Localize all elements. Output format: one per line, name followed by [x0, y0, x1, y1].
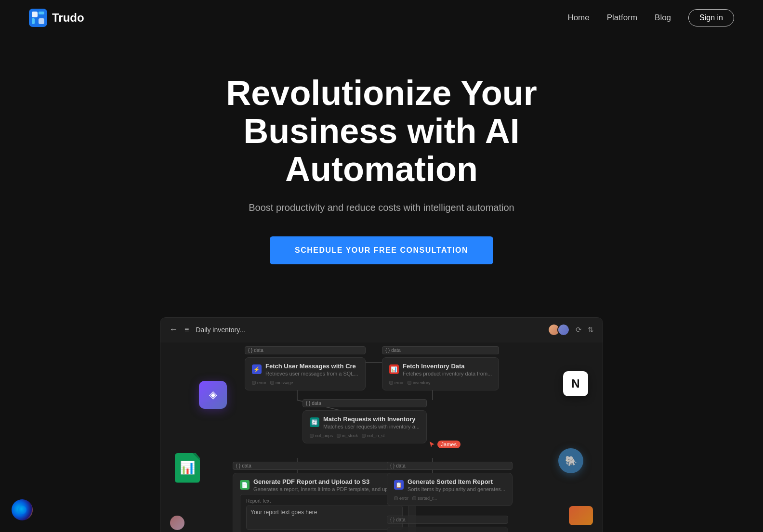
bottom-left-deco	[170, 516, 184, 530]
orange-float	[569, 506, 593, 525]
notion-icon: N	[563, 371, 588, 396]
output-error-3: error	[394, 496, 408, 501]
node-icon-fetch-user: ⚡	[252, 364, 262, 374]
svg-rect-4	[39, 18, 44, 24]
settings-icon[interactable]: ⇅	[588, 325, 594, 334]
svg-rect-0	[29, 9, 47, 27]
node-title-gen-sorted: Generate Sorted Item Report	[408, 478, 505, 485]
node-match-requests-group: { } data 🔄 Match Requests with Inventory…	[303, 399, 427, 443]
data-badge-3: { } data	[303, 399, 427, 407]
output-not-in-st: not_in_st	[362, 433, 385, 438]
avatar-group	[548, 324, 570, 336]
navbar: Trudo Home Platform Blog Sign in	[0, 0, 763, 36]
nav-links: Home Platform Blog Sign in	[567, 9, 734, 26]
nav-blog[interactable]: Blog	[655, 13, 671, 23]
signin-button[interactable]: Sign in	[688, 9, 734, 26]
browser-icon[interactable]	[12, 499, 33, 520]
hero-title: Revolutionize Your Business with AI Auto…	[213, 74, 550, 189]
back-icon[interactable]: ←	[169, 324, 178, 335]
node-generate-sorted-group: { } data 📋 Generate Sorted Item Report S…	[387, 462, 513, 506]
node-fetch-inventory-group: { } data 📊 Fetch Inventory Data Fetches …	[382, 346, 499, 390]
node-subtitle-gen-sorted: Sorts items by popularity and generates.…	[408, 486, 505, 492]
svg-rect-2	[39, 12, 44, 14]
dashboard-title: Daily inventory...	[196, 326, 245, 334]
node-title-gen-pdf: Generate PDF Report and Upload to S3	[253, 478, 409, 485]
node-icon-gen-pdf: 📄	[240, 480, 250, 490]
report-text-label: Report Text	[246, 498, 403, 504]
sheets-icon: 📊	[175, 453, 200, 483]
prismatic-icon: ◈	[199, 381, 227, 409]
node-generate-sorted[interactable]: 📋 Generate Sorted Item Report Sorts item…	[387, 473, 513, 506]
node-title-fetch-user: Fetch User Messages with Cre	[265, 363, 358, 370]
data-badge-1: { } data	[245, 346, 366, 354]
node-fetch-inventory[interactable]: 📊 Fetch Inventory Data Fetches product i…	[382, 357, 499, 390]
node-title-match: Match Requests with Inventory	[323, 415, 420, 423]
node-outputs-sorted: error sorted_r...	[394, 496, 505, 501]
logo[interactable]: Trudo	[29, 9, 84, 27]
output-message: message	[270, 380, 293, 385]
avatar-2	[557, 324, 570, 336]
nav-home[interactable]: Home	[567, 13, 589, 23]
output-in-stock: in_stock	[337, 433, 358, 438]
prismatic-float-icon: ◈	[199, 381, 227, 409]
node-match-requests[interactable]: 🔄 Match Requests with Inventory Matches …	[303, 410, 427, 443]
node-icon-gen-sorted: 📋	[394, 480, 404, 490]
dashboard-preview: ← ≡ Daily inventory... ⟳ ⇅	[160, 317, 603, 532]
postgres-float-icon: 🐘	[558, 448, 583, 473]
history-icon[interactable]: ⟳	[576, 325, 582, 334]
data-badge-2: { } data	[382, 346, 499, 354]
notion-float-icon: N	[563, 371, 588, 396]
canvas-area: ◈ 📊 { } data ⚡ Fetch User Messages with …	[160, 342, 603, 532]
node-add-missing-group: { } data 🎫 Add Missing Inventory Ticket …	[387, 516, 508, 532]
svg-rect-3	[32, 18, 35, 24]
node-subtitle-gen-pdf: Generates a report, inserts it into a PD…	[253, 486, 409, 492]
node-outputs-fetch-user: error message	[252, 380, 358, 385]
sheets-float-icon: 📊	[175, 453, 200, 483]
browser-inner	[18, 506, 26, 514]
nav-platform[interactable]: Platform	[607, 13, 637, 23]
dashboard-header-right: ⟳ ⇅	[548, 324, 594, 336]
node-outputs-fetch-inv: error inventory	[389, 380, 492, 385]
postgres-icon: 🐘	[558, 448, 583, 473]
user-cursor: James	[429, 441, 460, 448]
output-error-1: error	[252, 380, 266, 385]
cursor-label: James	[437, 441, 460, 448]
menu-icon[interactable]: ≡	[184, 325, 189, 334]
node-fetch-user-messages[interactable]: ⚡ Fetch User Messages with Cre Retrieves…	[245, 357, 366, 390]
svg-rect-1	[32, 12, 38, 17]
hero-section: Revolutionize Your Business with AI Auto…	[0, 36, 763, 293]
node-fetch-user-messages-group: { } data ⚡ Fetch User Messages with Cre …	[245, 346, 366, 390]
node-title-fetch-inv: Fetch Inventory Data	[403, 363, 492, 370]
output-error-2: error	[389, 380, 404, 385]
report-text-value[interactable]: Your report text goes here	[246, 506, 403, 530]
data-badge-6: { } data	[387, 516, 508, 524]
report-text-node: Report Text Your report text goes here	[240, 494, 409, 532]
node-outputs-match: not_pops in_stock not_in_st	[310, 433, 420, 438]
cta-button[interactable]: SCHEDULE YOUR FREE CONSULTATION	[270, 236, 493, 264]
logo-icon	[29, 9, 47, 27]
output-not-pops: not_pops	[310, 433, 333, 438]
data-badge-5: { } data	[387, 462, 513, 470]
node-subtitle-match: Matches user requests with inventory a..…	[323, 424, 420, 429]
output-inventory: inventory	[408, 380, 431, 385]
logo-text: Trudo	[52, 11, 84, 25]
node-subtitle-fetch-inv: Fetches product inventory data from...	[403, 371, 492, 376]
hero-subtitle: Boost productivity and reduce costs with…	[10, 202, 753, 213]
node-icon-fetch-inv: 📊	[389, 364, 399, 374]
node-icon-match: 🔄	[310, 417, 319, 427]
dashboard-header: ← ≡ Daily inventory... ⟳ ⇅	[160, 318, 603, 342]
output-sorted: sorted_r...	[412, 496, 437, 501]
node-subtitle-fetch-user: Retrieves user messages from a SQL...	[265, 371, 358, 376]
dashboard-header-left: ← ≡ Daily inventory...	[169, 324, 245, 335]
node-add-missing[interactable]: 🎫 Add Missing Inventory Ticket Creates a…	[387, 527, 508, 532]
